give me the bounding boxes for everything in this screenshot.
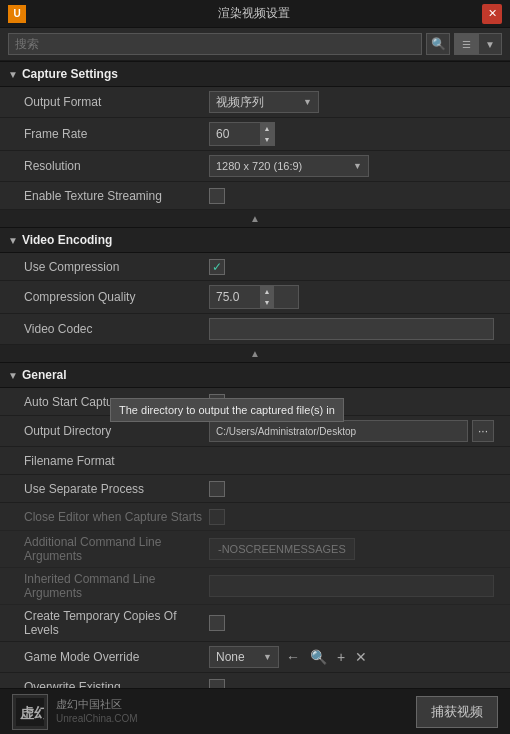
- auto-start-capture-checkbox[interactable]: [209, 394, 225, 410]
- ue-logo-icon: 虚幻: [12, 694, 48, 730]
- compression-quality-down[interactable]: ▼: [260, 297, 274, 308]
- capture-video-button[interactable]: 捕获视频: [416, 696, 498, 728]
- scroll-up-button-2[interactable]: ▲: [250, 348, 260, 359]
- capture-settings-section-header[interactable]: ▼ Capture Settings: [0, 61, 510, 87]
- output-directory-label: Output Directory: [24, 424, 209, 438]
- game-mode-override-row: Game Mode Override None ▼ ← 🔍 + ✕: [0, 642, 510, 673]
- bottom-bar: 虚幻 虚幻中国社区 UnrealChina.COM 捕获视频: [0, 688, 510, 734]
- close-editor-checkbox[interactable]: [209, 509, 225, 525]
- general-section-header[interactable]: ▼ General: [0, 362, 510, 388]
- game-mode-controls: None ▼ ← 🔍 + ✕: [209, 646, 370, 668]
- frame-rate-spinbox[interactable]: 60 ▲ ▼: [209, 122, 275, 146]
- frame-rate-value: 60: [210, 123, 260, 145]
- game-mode-search-button[interactable]: 🔍: [307, 649, 330, 665]
- output-format-control: 视频序列 ▼: [209, 91, 494, 113]
- close-editor-row: Close Editor when Capture Starts: [0, 503, 510, 531]
- collapse-arrow-general: ▼: [8, 370, 18, 381]
- use-compression-control: [209, 259, 494, 275]
- compression-quality-value: 75.0: [210, 286, 260, 308]
- dropdown-arrow-res: ▼: [353, 161, 362, 171]
- inherited-cmd-args-input[interactable]: [209, 575, 494, 597]
- resolution-label: Resolution: [24, 159, 209, 173]
- create-temp-copies-row: Create Temporary Copies Of Levels: [0, 605, 510, 642]
- enable-texture-streaming-checkbox[interactable]: [209, 188, 225, 204]
- use-separate-process-label: Use Separate Process: [24, 482, 209, 496]
- ue-logo-text: 虚幻中国社区 UnrealChina.COM: [56, 697, 138, 726]
- video-codec-row: Video Codec: [0, 314, 510, 345]
- compression-quality-label: Compression Quality: [24, 290, 209, 304]
- resolution-row: Resolution 1280 x 720 (16:9) ▼: [0, 151, 510, 182]
- scroll-up-indicator-2: ▲: [0, 345, 510, 362]
- enable-texture-streaming-control: [209, 188, 494, 204]
- filename-format-label: Filename Format: [24, 454, 209, 468]
- inherited-cmd-args-label: Inherited Command Line Arguments: [24, 572, 209, 600]
- compression-quality-spinbox[interactable]: 75.0 ▲ ▼: [209, 285, 299, 309]
- additional-cmd-args-badge: -NOSCREENMESSAGES: [209, 538, 355, 560]
- additional-cmd-args-label: Additional Command Line Arguments: [24, 535, 209, 563]
- general-label: General: [22, 368, 67, 382]
- compression-quality-up[interactable]: ▲: [260, 286, 274, 297]
- game-mode-back-button[interactable]: ←: [283, 649, 303, 665]
- filename-format-row: Filename Format: [0, 447, 510, 475]
- inherited-cmd-args-row: Inherited Command Line Arguments: [0, 568, 510, 605]
- output-directory-input[interactable]: [209, 420, 468, 442]
- frame-rate-label: Frame Rate: [24, 127, 209, 141]
- ue-logo-line2: UnrealChina.COM: [56, 712, 138, 726]
- create-temp-copies-control: [209, 615, 494, 631]
- game-mode-arrow: ▼: [263, 652, 272, 662]
- resolution-control: 1280 x 720 (16:9) ▼: [209, 155, 494, 177]
- video-codec-label: Video Codec: [24, 322, 209, 336]
- output-directory-row: Output Directory ···: [0, 416, 510, 447]
- output-directory-control: ···: [209, 420, 494, 442]
- use-compression-row: Use Compression: [0, 253, 510, 281]
- video-encoding-label: Video Encoding: [22, 233, 112, 247]
- auto-start-capture-label: Auto Start Capture: [24, 395, 209, 409]
- output-format-row: Output Format 视频序列 ▼: [0, 87, 510, 118]
- game-mode-add-button[interactable]: +: [334, 649, 348, 665]
- list-view-button[interactable]: ☰: [454, 33, 478, 55]
- frame-rate-up[interactable]: ▲: [260, 123, 274, 134]
- use-separate-process-checkbox[interactable]: [209, 481, 225, 497]
- frame-rate-down[interactable]: ▼: [260, 134, 274, 145]
- compression-quality-control: 75.0 ▲ ▼: [209, 285, 494, 309]
- use-compression-checkbox[interactable]: [209, 259, 225, 275]
- ue-logo-svg: 虚幻: [16, 698, 44, 726]
- frame-rate-row: Frame Rate 60 ▲ ▼: [0, 118, 510, 151]
- ue-logo: 虚幻 虚幻中国社区 UnrealChina.COM: [12, 694, 138, 730]
- output-format-dropdown[interactable]: 视频序列 ▼: [209, 91, 319, 113]
- additional-cmd-args-row: Additional Command Line Arguments -NOSCR…: [0, 531, 510, 568]
- use-separate-process-control: [209, 481, 494, 497]
- game-mode-dropdown[interactable]: None ▼: [209, 646, 279, 668]
- inherited-cmd-args-control: [209, 575, 494, 597]
- window-title: 渲染视频设置: [26, 5, 482, 22]
- grid-view-button[interactable]: ▼: [478, 33, 502, 55]
- capture-settings-label: Capture Settings: [22, 67, 118, 81]
- resolution-value: 1280 x 720 (16:9): [216, 160, 302, 172]
- collapse-arrow-video: ▼: [8, 235, 18, 246]
- game-mode-value: None: [216, 650, 245, 664]
- auto-start-capture-row: Auto Start Capture: [0, 388, 510, 416]
- search-bar: 🔍 ☰ ▼: [0, 28, 510, 61]
- scroll-up-button[interactable]: ▲: [250, 213, 260, 224]
- output-directory-browse-button[interactable]: ···: [472, 420, 494, 442]
- dropdown-arrow: ▼: [303, 97, 312, 107]
- create-temp-copies-label: Create Temporary Copies Of Levels: [24, 609, 209, 637]
- ue-logo-line1: 虚幻中国社区: [56, 697, 138, 712]
- game-mode-override-control: None ▼ ← 🔍 + ✕: [209, 646, 494, 668]
- create-temp-copies-checkbox[interactable]: [209, 615, 225, 631]
- output-format-value: 视频序列: [216, 94, 264, 111]
- search-input[interactable]: [8, 33, 422, 55]
- search-button[interactable]: 🔍: [426, 33, 450, 55]
- overwrite-existing-row: Overwrite Existing: [0, 673, 510, 689]
- collapse-arrow: ▼: [8, 69, 18, 80]
- close-editor-control: [209, 509, 494, 525]
- enable-texture-streaming-label: Enable Texture Streaming: [24, 189, 209, 203]
- settings-scroll-area[interactable]: ▼ Capture Settings Output Format 视频序列 ▼ …: [0, 61, 510, 689]
- close-button[interactable]: ✕: [482, 4, 502, 24]
- auto-start-capture-control: [209, 394, 494, 410]
- video-codec-input[interactable]: [209, 318, 494, 340]
- game-mode-clear-button[interactable]: ✕: [352, 649, 370, 665]
- scroll-up-indicator: ▲: [0, 210, 510, 227]
- video-encoding-section-header[interactable]: ▼ Video Encoding: [0, 227, 510, 253]
- resolution-dropdown[interactable]: 1280 x 720 (16:9) ▼: [209, 155, 369, 177]
